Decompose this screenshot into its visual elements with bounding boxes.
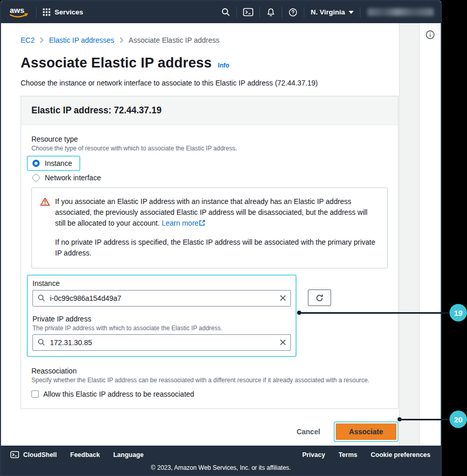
warning-paragraph-2: If no private IP address is specified, t… xyxy=(40,237,378,259)
warning-paragraph-1: If you associate an Elastic IP address w… xyxy=(55,196,378,229)
search-icon xyxy=(38,338,45,348)
reassociation-checkbox-row[interactable]: Allow this Elastic IP address to be reas… xyxy=(31,390,388,398)
chevron-right-icon xyxy=(40,37,44,43)
info-panel-icon[interactable] xyxy=(425,30,435,40)
private-ip-help: The private IP address with which to ass… xyxy=(32,325,291,332)
main-area: EC2 Elastic IP addresses Associate Elast… xyxy=(1,23,441,446)
search-icon[interactable] xyxy=(221,8,230,16)
console-footer: CloudShell Feedback Language Privacy Ter… xyxy=(1,446,441,475)
divider xyxy=(282,7,282,18)
chevron-down-icon xyxy=(349,11,354,14)
services-grid-icon xyxy=(43,8,50,16)
divider xyxy=(36,7,37,18)
terms-link[interactable]: Terms xyxy=(338,451,357,458)
language-link[interactable]: Language xyxy=(113,451,144,458)
resource-type-help: Choose the type of resource with which t… xyxy=(31,145,388,152)
card-header-title: Elastic IP address: 72.44.37.19 xyxy=(31,105,162,115)
callout-20-badge: 20 xyxy=(449,411,467,428)
external-link-icon xyxy=(199,219,205,226)
resource-type-label: Resource type xyxy=(31,135,388,143)
content-pane: EC2 Elastic IP addresses Associate Elast… xyxy=(1,23,399,446)
callout-19-badge: 19 xyxy=(449,304,467,321)
aws-logo-text: aws xyxy=(10,6,24,14)
notifications-bell-icon[interactable] xyxy=(266,8,275,17)
copyright-text: © 2023, Amazon Web Services, Inc. or its… xyxy=(1,464,441,471)
checkbox-unchecked-icon[interactable] xyxy=(31,390,39,398)
region-label: N. Virginia xyxy=(310,8,345,16)
reassociation-checkbox-label: Allow this Elastic IP address to be reas… xyxy=(43,390,194,398)
privacy-link[interactable]: Privacy xyxy=(302,451,325,458)
private-ip-label: Private IP address xyxy=(32,315,291,323)
breadcrumb: EC2 Elastic IP addresses Associate Elast… xyxy=(21,36,399,44)
associate-button[interactable]: Associate xyxy=(336,423,396,440)
clear-instance-icon[interactable] xyxy=(280,295,286,301)
breadcrumb-ec2[interactable]: EC2 xyxy=(21,36,34,44)
cookie-preferences-link[interactable]: Cookie preferences xyxy=(371,451,430,458)
form-actions: Cancel Associate xyxy=(21,421,399,442)
info-link[interactable]: Info xyxy=(218,62,229,69)
breadcrumb-current: Associate Elastic IP address xyxy=(129,36,219,44)
warning-triangle-icon xyxy=(40,197,50,229)
breadcrumb-elastic-ip-addresses[interactable]: Elastic IP addresses xyxy=(49,36,114,44)
page-description: Choose the instance or network interface… xyxy=(21,79,399,87)
browser-window: aws Services xyxy=(0,0,442,476)
reassociation-help: Specify whether the Elastic IP address c… xyxy=(31,377,388,384)
clear-private-ip-icon[interactable] xyxy=(280,339,286,346)
feedback-link[interactable]: Feedback xyxy=(70,451,100,458)
callout-highlight-fields: Instance Private IP address xyxy=(27,275,297,357)
cloudshell-label: CloudShell xyxy=(23,451,57,458)
help-icon[interactable] xyxy=(288,8,298,17)
services-label: Services xyxy=(55,8,83,16)
private-ip-input[interactable] xyxy=(32,334,291,351)
divider xyxy=(360,7,360,18)
search-icon xyxy=(38,294,45,304)
chevron-right-icon xyxy=(119,37,124,43)
radio-instance[interactable]: Instance xyxy=(32,159,72,167)
services-menu[interactable]: Services xyxy=(43,8,83,16)
account-menu-redacted[interactable] xyxy=(368,8,434,16)
refresh-icon xyxy=(315,294,324,302)
cloudshell-button[interactable]: CloudShell xyxy=(10,451,57,458)
warning-box: If you associate an Elastic IP address w… xyxy=(31,188,388,268)
scrollbar-track[interactable] xyxy=(399,23,420,446)
radio-network-interface[interactable]: Network interface xyxy=(32,174,388,182)
cloudshell-icon[interactable] xyxy=(243,8,253,16)
collapsed-info-panel xyxy=(420,23,441,446)
learn-more-link[interactable]: Learn more xyxy=(162,219,199,227)
radio-instance-label: Instance xyxy=(45,159,72,167)
card-body: Resource type Choose the type of resourc… xyxy=(21,125,398,409)
refresh-button[interactable] xyxy=(308,290,331,306)
radio-network-interface-label: Network interface xyxy=(45,174,101,182)
page-title: Associate Elastic IP address xyxy=(21,55,212,71)
divider xyxy=(260,7,260,18)
aws-logo[interactable]: aws xyxy=(8,5,30,19)
radio-selected-icon xyxy=(32,160,40,167)
region-selector[interactable]: N. Virginia xyxy=(310,8,354,16)
callout-highlight-associate: Associate xyxy=(334,421,399,442)
associate-form-card: Elastic IP address: 72.44.37.19 Resource… xyxy=(21,96,399,409)
instance-field-label: Instance xyxy=(32,279,291,287)
reassociation-label: Reassociation xyxy=(31,367,388,375)
callout-highlight-instance-radio: Instance xyxy=(27,156,80,171)
instance-input[interactable] xyxy=(32,290,291,307)
cancel-button[interactable]: Cancel xyxy=(297,428,320,436)
divider xyxy=(236,7,237,18)
divider xyxy=(304,7,304,18)
card-header: Elastic IP address: 72.44.37.19 xyxy=(21,96,398,125)
aws-top-nav: aws Services xyxy=(1,1,441,23)
cloudshell-terminal-icon xyxy=(10,451,19,458)
radio-unselected-icon xyxy=(32,174,40,181)
